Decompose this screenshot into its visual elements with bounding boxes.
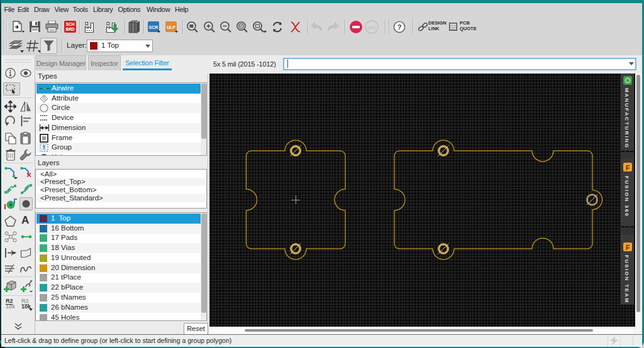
svg-text:SCH: SCH	[66, 22, 75, 26]
svg-text:ULP: ULP	[167, 25, 175, 30]
svg-text:SCR: SCR	[149, 25, 158, 30]
svg-text:F: F	[626, 244, 630, 251]
svg-text:GO: GO	[368, 25, 375, 31]
svg-text:?: ?	[397, 23, 402, 31]
svg-text:BRD: BRD	[65, 27, 74, 31]
svg-text:F: F	[626, 164, 630, 171]
